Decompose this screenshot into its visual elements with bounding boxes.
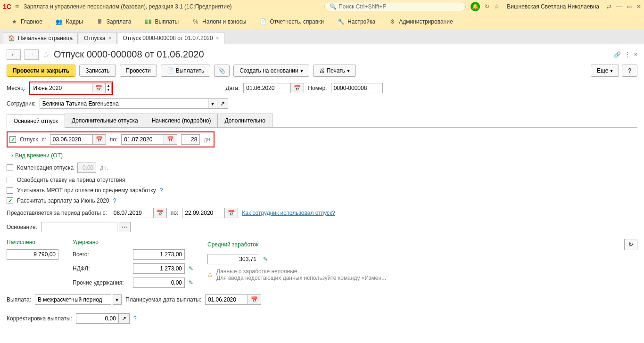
accrued-value[interactable] (7, 249, 58, 260)
chevron-down-icon[interactable]: ▾ (208, 98, 217, 109)
work-to-field[interactable]: 📅 (182, 208, 238, 218)
month-field[interactable]: 📅 ▲▼ (31, 83, 112, 93)
vacation-checkbox[interactable] (9, 136, 16, 143)
doctab-extra[interactable]: Дополнительно (217, 114, 272, 127)
create-based-button[interactable]: Создать на основании ▾ (233, 65, 309, 77)
payout-combo[interactable]: ▾ (35, 294, 122, 305)
calendar-icon[interactable]: 📅 (248, 294, 261, 305)
menu-hr[interactable]: 👥Кадры (50, 16, 89, 27)
correction-field[interactable]: ↗ (76, 313, 130, 324)
calendar-icon[interactable]: 📅 (92, 134, 106, 145)
refresh-button[interactable]: ↻ (624, 239, 637, 250)
tab-vacation-doc[interactable]: Отпуск 0000-000008 от 01.07.2020× (118, 32, 224, 44)
compensation-checkbox[interactable] (7, 164, 13, 171)
employee-combo[interactable]: ▾ ↗ (40, 98, 228, 109)
chevron-down-icon: ▾ (610, 67, 613, 74)
calc-salary-checkbox[interactable] (7, 197, 13, 204)
doctab-accrued[interactable]: Начислено (подробно) (145, 114, 218, 127)
doctab-main[interactable]: Основной отпуск (7, 114, 65, 128)
more-icon[interactable]: ⋮ (625, 51, 630, 58)
calendar-icon[interactable]: 📅 (290, 83, 304, 93)
ellipsis-icon[interactable]: ⋯ (119, 222, 131, 232)
vacation-days-input[interactable] (181, 134, 200, 145)
write-button[interactable]: Записать (79, 65, 116, 77)
menu-taxes[interactable]: %Налоги и взносы (186, 16, 252, 27)
number-input[interactable] (331, 83, 383, 93)
post-close-button[interactable]: Провести и закрыть (7, 65, 75, 77)
vacation-to-field[interactable]: 📅 (121, 134, 177, 145)
other-value[interactable] (133, 278, 185, 288)
month-spinner[interactable]: ▲▼ (106, 83, 112, 93)
date-field[interactable]: 📅 (243, 83, 304, 93)
help-icon[interactable]: ? (133, 315, 137, 322)
work-from-field[interactable]: 📅 (111, 208, 167, 218)
more-button[interactable]: Еще ▾ (591, 65, 619, 77)
vacation-from-input[interactable] (50, 134, 92, 145)
close-icon[interactable]: × (216, 35, 219, 41)
edit-icon[interactable]: ✎ (263, 256, 268, 262)
basis-combo[interactable]: ⋯ (41, 222, 522, 232)
total-value[interactable] (133, 249, 185, 260)
tab-vacations[interactable]: Отпуска× (79, 32, 116, 44)
month-input[interactable] (31, 83, 92, 93)
help-icon[interactable]: ? (113, 197, 116, 204)
history-icon[interactable]: ↻ (485, 3, 489, 10)
open-icon[interactable]: ↗ (118, 313, 130, 324)
calendar-icon[interactable]: 📅 (164, 134, 177, 145)
help-button[interactable]: ? (622, 65, 637, 77)
hamburger-icon[interactable]: ≡ (15, 3, 19, 10)
menu-main[interactable]: ★Главное (5, 16, 48, 27)
time-type-link[interactable]: ›Вид времени (ОТ) (11, 152, 63, 159)
release-checkbox[interactable] (7, 177, 13, 183)
date-input[interactable] (243, 83, 290, 93)
work-from-input[interactable] (111, 208, 153, 218)
doctab-additional[interactable]: Дополнительные отпуска (65, 114, 145, 127)
usage-link[interactable]: Как сотрудник использовал отпуск? (242, 210, 335, 216)
edit-icon[interactable]: ✎ (189, 265, 193, 272)
star-icon[interactable]: ☆ (494, 3, 499, 10)
favorite-icon[interactable]: ☆ (42, 49, 50, 60)
close-icon[interactable]: × (634, 51, 637, 58)
open-icon[interactable]: ↗ (217, 98, 228, 109)
post-button[interactable]: Провести (120, 65, 157, 77)
back-button[interactable]: ← (7, 49, 21, 60)
bell-icon[interactable]: 🔔 (471, 2, 480, 11)
calendar-icon[interactable]: 📅 (224, 208, 238, 218)
mrot-checkbox[interactable] (7, 187, 13, 194)
minimize-icon[interactable]: — (616, 3, 622, 10)
tab-home[interactable]: 🏠Начальная страница (3, 32, 78, 44)
menu-salary[interactable]: 🖩Зарплата (91, 16, 137, 27)
planned-input[interactable] (205, 294, 248, 305)
pay-button[interactable]: 📄Выплатить (161, 65, 211, 77)
close-icon[interactable]: ✕ (636, 3, 641, 10)
restore-icon[interactable]: ▭ (627, 3, 632, 10)
settings-icon[interactable]: ⇄ (607, 3, 611, 10)
help-icon[interactable]: ? (160, 187, 163, 194)
chevron-down-icon[interactable]: ▾ (113, 294, 122, 305)
link-icon[interactable]: 🔗 (614, 51, 621, 58)
planned-field[interactable]: 📅 (205, 294, 261, 305)
menu-reports[interactable]: 📄Отчетность, справки (254, 16, 330, 27)
ndfl-value[interactable] (133, 263, 185, 274)
basis-input[interactable] (41, 222, 117, 232)
calendar-icon[interactable]: 📅 (153, 208, 167, 218)
menu-payouts[interactable]: 💵Выплаты (139, 16, 184, 27)
vacation-from-field[interactable]: 📅 (50, 134, 106, 145)
attach-button[interactable]: 📎 (214, 65, 230, 77)
close-icon[interactable]: × (108, 35, 112, 41)
print-button[interactable]: 🖨 Печать ▾ (313, 65, 356, 77)
employee-input[interactable] (40, 98, 208, 109)
calendar-icon[interactable]: 📅 (92, 83, 106, 93)
menu-admin[interactable]: ⚙Администрирование (383, 16, 458, 27)
global-search[interactable]: 🔍 (324, 2, 466, 11)
search-input[interactable] (339, 3, 461, 10)
content: ← → ☆ Отпуск 0000-000008 от 01.06.2020 🔗… (0, 44, 644, 332)
edit-icon[interactable]: ✎ (189, 279, 193, 286)
vacation-to-input[interactable] (121, 134, 164, 145)
correction-input[interactable] (76, 313, 118, 324)
forward-button[interactable]: → (25, 49, 39, 60)
work-to-input[interactable] (182, 208, 224, 218)
menu-settings[interactable]: 🔧Настройка (331, 16, 381, 27)
avg-earn-value[interactable] (207, 254, 259, 264)
payout-input[interactable] (35, 294, 111, 305)
